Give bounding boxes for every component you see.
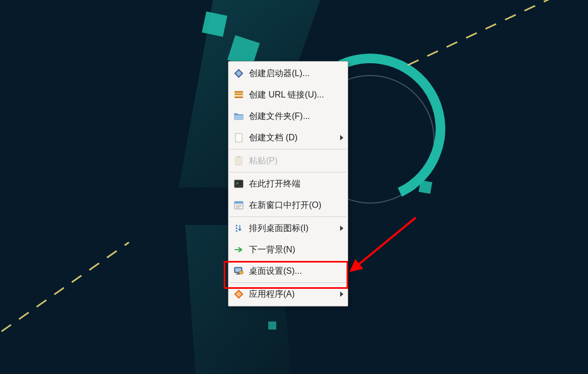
menu-item: 粘贴(P): [229, 150, 348, 171]
menu-item-label: 创建文档 (D): [249, 132, 337, 144]
menu-item-label: 创建 URL 链接(U)...: [249, 89, 343, 101]
chevron-right-icon: [340, 135, 343, 140]
menu-item-label: 创建启动器(L)...: [249, 68, 343, 79]
svg-rect-23: [237, 273, 239, 274]
svg-rect-8: [236, 157, 242, 165]
menu-item-label: 应用程序(A): [249, 289, 337, 300]
menu-item[interactable]: 创建启动器(L)...: [229, 63, 348, 84]
svg-rect-3: [234, 91, 243, 93]
menu-item[interactable]: 在新窗口中打开(O): [229, 195, 348, 216]
clipboard-icon: [233, 155, 244, 166]
arrow-annotation: [346, 213, 421, 278]
svg-rect-25: [239, 271, 243, 274]
menu-separator: [230, 149, 347, 149]
svg-marker-20: [240, 248, 242, 252]
app-diamond-icon: [233, 289, 244, 300]
svg-point-19: [236, 230, 237, 231]
menu-item-label: 下一背景(N): [249, 244, 343, 256]
chevron-right-icon: [340, 226, 343, 231]
svg-rect-2: [234, 93, 243, 95]
menu-item[interactable]: 创建文件夹(F)...: [229, 106, 348, 127]
svg-rect-16: [236, 207, 240, 208]
svg-rect-9: [237, 156, 240, 158]
svg-rect-6: [236, 133, 242, 142]
svg-rect-15: [236, 206, 242, 207]
diamond-icon: [233, 68, 244, 79]
svg-text:>_: >_: [236, 181, 241, 186]
menu-item[interactable]: 下一背景(N): [229, 239, 348, 260]
menu-item-label: 创建文件夹(F)...: [249, 111, 343, 122]
menu-item-label: 排列桌面图标(I): [249, 223, 337, 234]
terminal-icon: >_: [233, 178, 244, 189]
document-icon: [233, 132, 244, 143]
svg-rect-5: [234, 115, 243, 119]
url-link-icon: [233, 89, 244, 100]
menu-item-label: 桌面设置(S)...: [249, 266, 343, 277]
desktop-context-menu[interactable]: 创建启动器(L)...创建 URL 链接(U)...创建文件夹(F)...创建文…: [228, 61, 348, 306]
menu-item[interactable]: >_在此打开终端: [229, 173, 348, 195]
menu-separator: [230, 216, 347, 217]
monitor-icon: [233, 266, 244, 276]
menu-item[interactable]: 创建文档 (D): [229, 127, 348, 148]
svg-line-29: [356, 218, 416, 267]
svg-rect-4: [234, 96, 243, 98]
svg-rect-14: [236, 205, 242, 205]
menu-item-label: 在此打开终端: [249, 178, 343, 190]
svg-point-18: [236, 227, 237, 229]
menu-item-label: 粘贴(P): [249, 155, 343, 167]
next-arrow-icon: [233, 244, 244, 255]
folder-icon: [233, 111, 244, 122]
chevron-right-icon: [340, 291, 343, 297]
menu-item-label: 在新窗口中打开(O): [249, 200, 343, 211]
menu-item[interactable]: 桌面设置(S)...: [229, 260, 348, 282]
sort-icon: [233, 223, 244, 234]
svg-rect-13: [234, 201, 243, 204]
menu-item[interactable]: 排列桌面图标(I): [229, 218, 348, 239]
svg-point-17: [236, 225, 237, 226]
menu-separator: [230, 172, 347, 173]
menu-separator: [230, 282, 347, 283]
menu-item[interactable]: 创建 URL 链接(U)...: [229, 84, 348, 106]
window-icon: [233, 200, 244, 211]
menu-item[interactable]: 应用程序(A): [229, 283, 348, 305]
